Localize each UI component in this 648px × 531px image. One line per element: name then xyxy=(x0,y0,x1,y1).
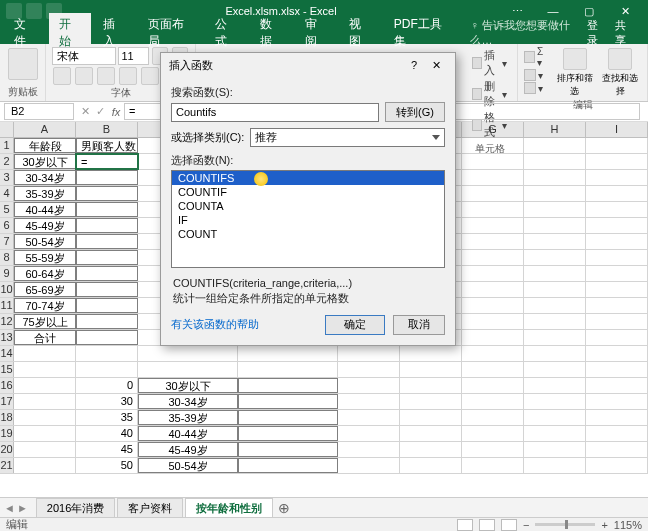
cell[interactable] xyxy=(586,250,648,265)
cell[interactable] xyxy=(524,330,586,345)
cell[interactable] xyxy=(14,426,76,441)
cell[interactable] xyxy=(462,266,524,281)
cell[interactable] xyxy=(586,410,648,425)
cell[interactable]: 70-74岁 xyxy=(14,298,76,313)
cell[interactable] xyxy=(76,282,138,297)
sheet-nav-prev-icon[interactable]: ◄ xyxy=(4,502,15,514)
cell[interactable] xyxy=(238,426,338,441)
cell[interactable] xyxy=(338,442,400,457)
cell[interactable] xyxy=(524,202,586,217)
cell[interactable] xyxy=(462,314,524,329)
cell[interactable]: 45-49岁 xyxy=(14,218,76,233)
cell[interactable] xyxy=(14,410,76,425)
function-item-counta[interactable]: COUNTA xyxy=(172,199,444,213)
function-item-countif[interactable]: COUNTIF xyxy=(172,185,444,199)
cell[interactable] xyxy=(462,458,524,473)
row-header[interactable]: 1 xyxy=(0,138,14,153)
cell[interactable]: 65-69岁 xyxy=(14,282,76,297)
cell[interactable]: 30-34岁 xyxy=(138,394,238,409)
cell[interactable] xyxy=(138,346,238,361)
zoom-slider[interactable] xyxy=(535,523,595,526)
cell[interactable] xyxy=(524,314,586,329)
cell[interactable] xyxy=(586,378,648,393)
row-header[interactable]: 9 xyxy=(0,266,14,281)
cell[interactable]: 30岁以下 xyxy=(14,154,76,169)
cell[interactable] xyxy=(76,250,138,265)
fill-icon[interactable] xyxy=(524,69,536,81)
name-box[interactable]: B2 xyxy=(4,103,74,120)
cell[interactable] xyxy=(462,218,524,233)
cell[interactable]: 35 xyxy=(76,410,138,425)
sheet-nav-next-icon[interactable]: ► xyxy=(17,502,28,514)
cell[interactable] xyxy=(14,394,76,409)
cell[interactable] xyxy=(524,138,586,153)
cell[interactable] xyxy=(338,362,400,377)
cell[interactable] xyxy=(462,394,524,409)
cell[interactable] xyxy=(586,186,648,201)
col-header-g[interactable]: G xyxy=(462,122,524,137)
cell[interactable] xyxy=(338,410,400,425)
cell[interactable]: 30 xyxy=(76,394,138,409)
row-header[interactable]: 14 xyxy=(0,346,14,361)
col-header-b[interactable]: B xyxy=(76,122,138,137)
cell[interactable] xyxy=(586,234,648,249)
page-layout-view-icon[interactable] xyxy=(479,519,495,531)
cell[interactable] xyxy=(462,298,524,313)
cell[interactable] xyxy=(586,442,648,457)
add-sheet-button[interactable]: ⊕ xyxy=(275,500,293,516)
cell[interactable] xyxy=(14,442,76,457)
cell[interactable] xyxy=(462,330,524,345)
cell[interactable] xyxy=(14,458,76,473)
font-name-combo[interactable]: 宋体 xyxy=(52,47,116,65)
category-select[interactable]: 推荐 xyxy=(250,128,445,147)
zoom-level[interactable]: 115% xyxy=(614,519,642,531)
normal-view-icon[interactable] xyxy=(457,519,473,531)
cell[interactable] xyxy=(586,170,648,185)
cell[interactable]: 75岁以上 xyxy=(14,314,76,329)
insert-cells-button[interactable]: 插入 ▾ xyxy=(472,48,507,78)
zoom-in-button[interactable]: + xyxy=(601,519,607,531)
cell[interactable] xyxy=(524,426,586,441)
cell[interactable] xyxy=(238,442,338,457)
cell[interactable] xyxy=(586,298,648,313)
cell[interactable] xyxy=(524,394,586,409)
cell[interactable] xyxy=(586,202,648,217)
cell[interactable]: 合计 xyxy=(14,330,76,345)
cell[interactable] xyxy=(76,170,138,185)
cell[interactable] xyxy=(338,346,400,361)
cell[interactable] xyxy=(14,346,76,361)
cell[interactable]: 30岁以下 xyxy=(138,378,238,393)
cell[interactable] xyxy=(524,442,586,457)
go-button[interactable]: 转到(G) xyxy=(385,102,445,122)
cell[interactable] xyxy=(524,458,586,473)
cell[interactable]: 40 xyxy=(76,426,138,441)
underline-icon[interactable] xyxy=(97,67,115,85)
cell[interactable] xyxy=(524,218,586,233)
cell[interactable] xyxy=(524,250,586,265)
cell[interactable] xyxy=(524,346,586,361)
cell[interactable] xyxy=(238,458,338,473)
border-icon[interactable] xyxy=(119,67,137,85)
cell[interactable]: 50-54岁 xyxy=(138,458,238,473)
find-select-icon[interactable] xyxy=(608,48,632,70)
cell[interactable] xyxy=(400,426,462,441)
row-header[interactable]: 3 xyxy=(0,170,14,185)
cell[interactable] xyxy=(238,394,338,409)
row-header[interactable]: 19 xyxy=(0,426,14,441)
fill-color-icon[interactable] xyxy=(141,67,159,85)
cell[interactable]: 60-64岁 xyxy=(14,266,76,281)
cell[interactable]: 45 xyxy=(76,442,138,457)
function-help-link[interactable]: 有关该函数的帮助 xyxy=(171,317,259,332)
cell[interactable] xyxy=(586,426,648,441)
cell[interactable] xyxy=(338,378,400,393)
cell[interactable] xyxy=(524,410,586,425)
cell[interactable] xyxy=(462,202,524,217)
sheet-tab-2[interactable]: 客户资料 xyxy=(117,498,183,518)
cell[interactable] xyxy=(462,234,524,249)
cell[interactable] xyxy=(462,426,524,441)
row-header[interactable]: 8 xyxy=(0,250,14,265)
cell[interactable] xyxy=(76,298,138,313)
cell[interactable] xyxy=(524,298,586,313)
tab-view[interactable]: 视图 xyxy=(339,13,382,53)
cell[interactable] xyxy=(524,378,586,393)
